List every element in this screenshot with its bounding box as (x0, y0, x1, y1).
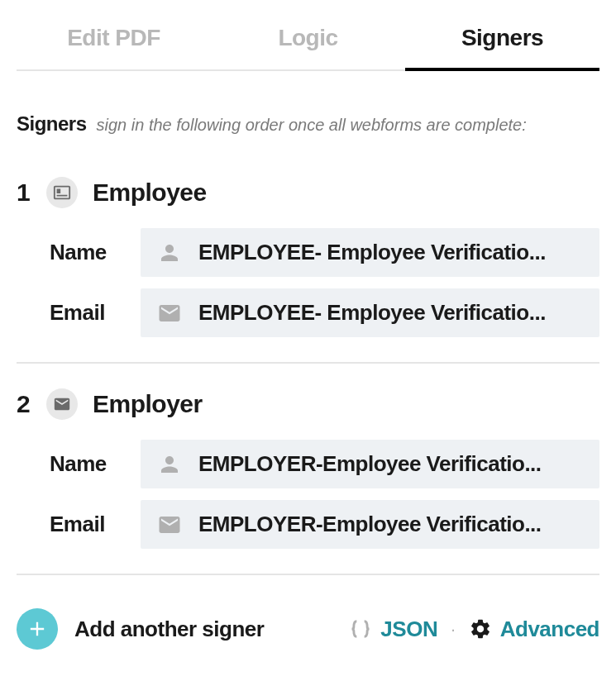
separator: · (447, 620, 459, 639)
tabs-bar: Edit PDF Logic Signers (17, 0, 599, 71)
person-icon (157, 452, 182, 477)
name-field-value: EMPLOYEE- Employee Verificatio... (198, 240, 546, 265)
signer-number: 1 (17, 179, 31, 207)
envelope-icon (157, 512, 182, 537)
add-signer-button[interactable]: Add another signer (17, 608, 264, 650)
field-label-name: Name (50, 451, 141, 477)
signer-block-1: 1 Employee Name EMPLOYEE- Employee Verif… (17, 177, 599, 337)
email-field-value: EMPLOYEE- Employee Verificatio... (198, 300, 546, 326)
field-label-name: Name (50, 240, 141, 265)
json-link-label: JSON (380, 617, 437, 642)
signer-name-label: Employer (93, 390, 203, 418)
tab-logic[interactable]: Logic (211, 0, 405, 69)
field-label-email: Email (50, 300, 141, 326)
divider (17, 362, 599, 364)
name-field-value: EMPLOYER-Employee Verificatio... (198, 451, 542, 477)
email-field[interactable]: EMPLOYER-Employee Verificatio... (141, 500, 599, 549)
signer-header-2: 2 Employer (17, 388, 599, 420)
signer-number: 2 (17, 390, 31, 418)
envelope-icon (157, 301, 182, 326)
name-field-row: Name EMPLOYER-Employee Verificatio... (50, 440, 599, 488)
section-subtitle: sign in the following order once all web… (97, 116, 527, 135)
tab-edit-pdf[interactable]: Edit PDF (17, 0, 211, 69)
section-header: Signers sign in the following order once… (17, 112, 599, 136)
signer-header-1: 1 Employee (17, 177, 599, 208)
divider (17, 574, 599, 575)
signer-name-label: Employee (93, 179, 207, 207)
advanced-link-label: Advanced (500, 617, 599, 642)
plus-icon (17, 608, 58, 650)
email-field-row: Email EMPLOYEE- Employee Verificatio... (50, 288, 599, 337)
envelope-icon (46, 388, 78, 420)
bottom-bar: Add another signer JSON · Advanced (17, 600, 599, 650)
email-field-row: Email EMPLOYER-Employee Verificatio... (50, 500, 599, 549)
advanced-link[interactable]: Advanced (469, 617, 599, 642)
section-title: Signers (17, 112, 87, 136)
json-link[interactable]: JSON (349, 617, 437, 642)
name-field-row: Name EMPLOYEE- Employee Verificatio... (50, 228, 599, 277)
add-signer-label: Add another signer (74, 617, 264, 642)
email-field-value: EMPLOYER-Employee Verificatio... (198, 512, 542, 537)
signer-block-2: 2 Employer Name EMPLOYER-Employee Verifi… (17, 388, 599, 549)
form-icon (46, 177, 78, 208)
footer-links: JSON · Advanced (349, 617, 599, 642)
tab-signers[interactable]: Signers (405, 0, 599, 71)
name-field[interactable]: EMPLOYER-Employee Verificatio... (141, 440, 599, 488)
person-icon (157, 240, 182, 265)
field-label-email: Email (50, 512, 141, 537)
name-field[interactable]: EMPLOYEE- Employee Verificatio... (141, 228, 599, 277)
email-field[interactable]: EMPLOYEE- Employee Verificatio... (141, 288, 599, 337)
